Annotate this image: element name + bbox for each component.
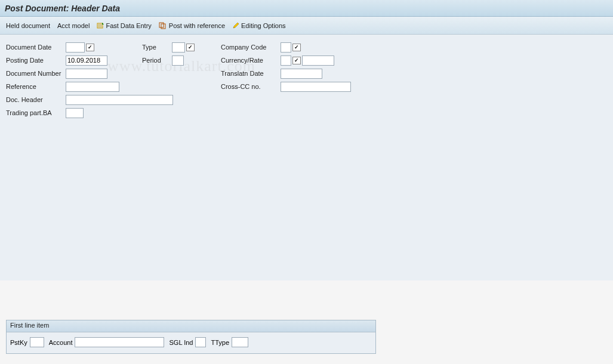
pstky-label: PstKy: [10, 339, 27, 346]
type-label: Type: [142, 44, 172, 51]
posting-date-label: Posting Date: [6, 57, 66, 64]
sgl-ind-input[interactable]: [195, 337, 206, 347]
translatn-date-label: Translatn Date: [221, 70, 281, 77]
pencil-icon: [232, 21, 239, 29]
cross-cc-no-input[interactable]: [281, 82, 351, 92]
document-number-input[interactable]: [66, 69, 107, 79]
translatn-date-input[interactable]: [281, 69, 322, 79]
ttype-label: TType: [211, 339, 229, 346]
first-line-item-panel: First line item PstKy Account SGL Ind TT…: [6, 320, 376, 354]
fast-data-entry-label: Fast Data Entry: [106, 22, 151, 29]
period-label: Period: [142, 57, 172, 64]
pstky-input[interactable]: [30, 337, 44, 347]
form-area: www.tutorialkart.com Document Date Posti…: [0, 35, 613, 280]
page-title: Post Document: Header Data: [5, 4, 120, 13]
title-bar: Post Document: Header Data: [0, 0, 613, 17]
cross-cc-no-label: Cross-CC no.: [221, 83, 281, 90]
document-date-search-icon[interactable]: [86, 44, 94, 51]
account-label: Account: [49, 339, 73, 346]
editing-options-label: Editing Options: [241, 22, 286, 29]
company-code-input[interactable]: [281, 42, 291, 53]
trading-part-ba-label: Trading part.BA: [6, 109, 66, 116]
sgl-ind-label: SGL Ind: [169, 339, 193, 346]
trading-part-ba-input[interactable]: [66, 108, 84, 118]
post-with-reference-button[interactable]: Post with reference: [159, 21, 225, 29]
post-with-reference-label: Post with reference: [169, 22, 225, 29]
panel-title: First line item: [7, 320, 375, 332]
held-document-button[interactable]: Held document: [6, 22, 50, 29]
currency-rate-search-icon[interactable]: [292, 57, 301, 64]
account-input[interactable]: [75, 337, 164, 347]
period-input[interactable]: [172, 55, 184, 66]
document-number-label: Document Number: [6, 70, 66, 77]
currency-rate-input-2[interactable]: [302, 55, 334, 66]
document-date-input[interactable]: [66, 42, 85, 53]
document-date-label: Document Date: [6, 44, 66, 51]
toolbar: Held document Acct model Fast Data Entry…: [0, 17, 613, 35]
fast-entry-icon: [97, 21, 104, 29]
type-search-icon[interactable]: [186, 44, 195, 51]
doc-header-input[interactable]: [66, 95, 173, 105]
reference-label: Reference: [6, 83, 66, 90]
doc-header-label: Doc. Header: [6, 96, 66, 103]
post-reference-icon: [159, 21, 167, 29]
editing-options-button[interactable]: Editing Options: [232, 21, 286, 29]
company-code-label: Company Code: [221, 44, 281, 51]
ttype-input[interactable]: [232, 337, 248, 347]
fast-data-entry-button[interactable]: Fast Data Entry: [97, 21, 151, 29]
type-input[interactable]: [172, 42, 185, 53]
acct-model-button[interactable]: Acct model: [57, 22, 90, 29]
reference-input[interactable]: [66, 82, 119, 92]
currency-rate-label: Currency/Rate: [221, 57, 281, 64]
currency-rate-input[interactable]: [281, 55, 291, 66]
company-code-search-icon[interactable]: [292, 44, 301, 51]
posting-date-input[interactable]: [66, 55, 107, 66]
